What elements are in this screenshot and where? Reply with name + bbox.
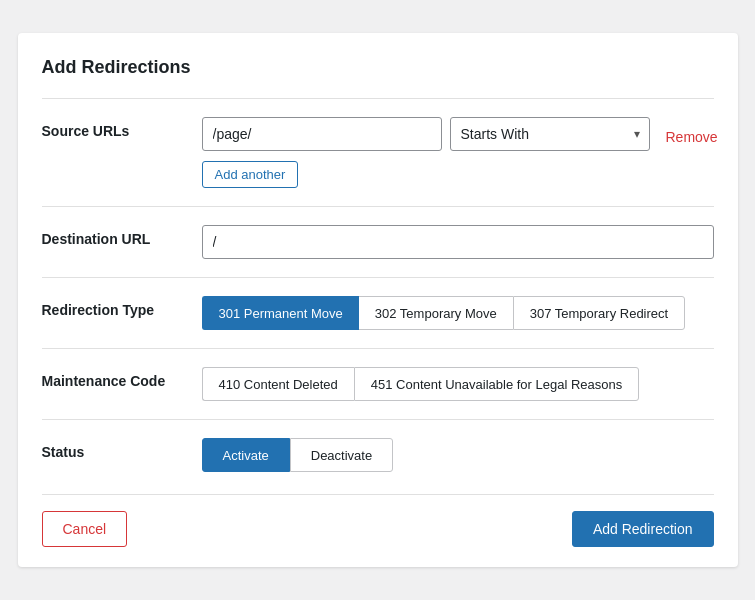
maintenance-code-label: Maintenance Code [42, 367, 202, 389]
add-redirection-button[interactable]: Add Redirection [572, 511, 714, 547]
source-urls-row: Source URLs Starts With Exact Match Cont… [42, 99, 714, 206]
status-label: Status [42, 438, 202, 460]
status-row: Status Activate Deactivate [42, 420, 714, 490]
add-another-button[interactable]: Add another [202, 161, 299, 188]
activate-button[interactable]: Activate [202, 438, 290, 472]
destination-url-row: Destination URL [42, 207, 714, 277]
redirection-type-label: Redirection Type [42, 296, 202, 318]
redirection-type-content: 301 Permanent Move 302 Temporary Move 30… [202, 296, 714, 330]
add-redirections-modal: Add Redirections Source URLs Starts With… [18, 33, 738, 567]
destination-url-label: Destination URL [42, 225, 202, 247]
destination-url-input[interactable] [202, 225, 714, 259]
source-url-input[interactable] [202, 117, 442, 151]
modal-footer: Cancel Add Redirection [42, 494, 714, 547]
source-urls-content: Starts With Exact Match Contains Regex ▾… [202, 117, 718, 188]
source-urls-label: Source URLs [42, 117, 202, 139]
maintenance-code-btn-group: 410 Content Deleted 451 Content Unavaila… [202, 367, 714, 401]
btn-302-temporary-move[interactable]: 302 Temporary Move [359, 296, 513, 330]
remove-link[interactable]: Remove [666, 123, 718, 145]
match-type-select[interactable]: Starts With Exact Match Contains Regex [450, 117, 650, 151]
btn-410-content-deleted[interactable]: 410 Content Deleted [202, 367, 354, 401]
cancel-button[interactable]: Cancel [42, 511, 128, 547]
maintenance-code-content: 410 Content Deleted 451 Content Unavaila… [202, 367, 714, 401]
maintenance-code-row: Maintenance Code 410 Content Deleted 451… [42, 349, 714, 419]
redirection-type-row: Redirection Type 301 Permanent Move 302 … [42, 278, 714, 348]
deactivate-button[interactable]: Deactivate [290, 438, 393, 472]
status-btn-group: Activate Deactivate [202, 438, 714, 472]
status-content: Activate Deactivate [202, 438, 714, 472]
destination-url-content [202, 225, 714, 259]
source-url-input-row: Starts With Exact Match Contains Regex ▾… [202, 117, 718, 151]
match-type-select-wrapper: Starts With Exact Match Contains Regex ▾ [450, 117, 650, 151]
redirection-type-btn-group: 301 Permanent Move 302 Temporary Move 30… [202, 296, 714, 330]
btn-301-permanent-move[interactable]: 301 Permanent Move [202, 296, 359, 330]
btn-451-content-unavailable[interactable]: 451 Content Unavailable for Legal Reason… [354, 367, 640, 401]
btn-307-temporary-redirect[interactable]: 307 Temporary Redirect [513, 296, 686, 330]
modal-title: Add Redirections [42, 57, 714, 78]
